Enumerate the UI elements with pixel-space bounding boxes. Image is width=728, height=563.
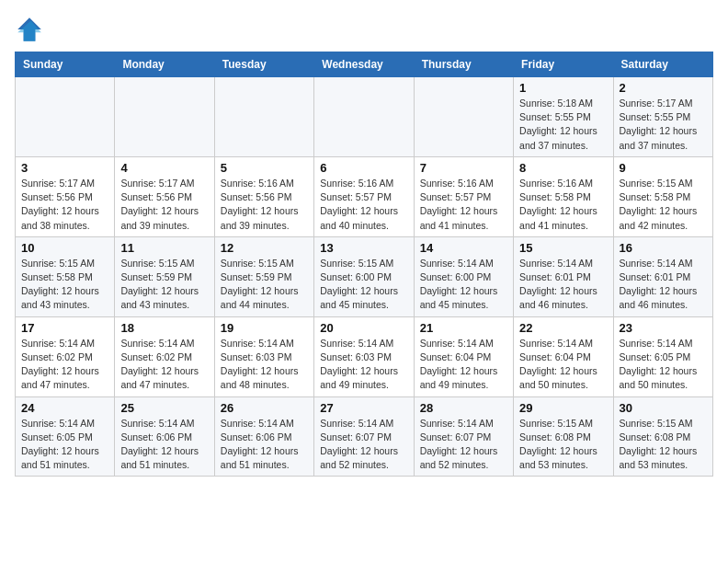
day-number: 1 — [519, 81, 607, 95]
calendar-week-5: 24Sunrise: 5:14 AMSunset: 6:05 PMDayligh… — [16, 396, 713, 477]
day-number: 25 — [120, 401, 208, 415]
day-info: Sunrise: 5:17 AMSunset: 5:55 PMDaylight:… — [620, 97, 707, 153]
calendar-cell: 2Sunrise: 5:17 AMSunset: 5:55 PMDaylight… — [613, 77, 712, 157]
calendar-cell: 26Sunrise: 5:14 AMSunset: 6:06 PMDayligh… — [214, 396, 313, 477]
day-number: 6 — [320, 161, 407, 175]
calendar-cell: 19Sunrise: 5:14 AMSunset: 6:03 PMDayligh… — [214, 316, 313, 396]
calendar-cell: 4Sunrise: 5:17 AMSunset: 5:56 PMDaylight… — [115, 156, 214, 236]
day-header-tuesday: Tuesday — [214, 52, 313, 77]
day-number: 26 — [221, 401, 308, 415]
calendar-cell: 29Sunrise: 5:15 AMSunset: 6:08 PMDayligh… — [514, 396, 613, 477]
day-number: 15 — [519, 241, 607, 255]
calendar-cell: 16Sunrise: 5:14 AMSunset: 6:01 PMDayligh… — [613, 236, 712, 316]
day-number: 8 — [519, 161, 607, 175]
calendar-cell: 21Sunrise: 5:14 AMSunset: 6:04 PMDayligh… — [414, 316, 513, 396]
day-info: Sunrise: 5:14 AMSunset: 6:06 PMDaylight:… — [221, 417, 308, 473]
calendar-body: 1Sunrise: 5:18 AMSunset: 5:55 PMDaylight… — [16, 77, 713, 477]
day-number: 3 — [21, 161, 108, 175]
day-info: Sunrise: 5:14 AMSunset: 6:06 PMDaylight:… — [120, 417, 208, 473]
calendar-cell: 30Sunrise: 5:15 AMSunset: 6:08 PMDayligh… — [613, 396, 712, 477]
day-number: 30 — [620, 401, 707, 415]
calendar-cell: 6Sunrise: 5:16 AMSunset: 5:57 PMDaylight… — [314, 156, 414, 236]
day-number: 7 — [420, 161, 507, 175]
calendar-cell: 23Sunrise: 5:14 AMSunset: 6:05 PMDayligh… — [613, 316, 712, 396]
calendar-week-3: 10Sunrise: 5:15 AMSunset: 5:58 PMDayligh… — [16, 236, 713, 316]
calendar-cell: 9Sunrise: 5:15 AMSunset: 5:58 PMDaylight… — [613, 156, 712, 236]
day-info: Sunrise: 5:16 AMSunset: 5:58 PMDaylight:… — [519, 177, 607, 233]
day-info: Sunrise: 5:17 AMSunset: 5:56 PMDaylight:… — [120, 177, 208, 233]
day-number: 17 — [21, 321, 108, 335]
day-number: 11 — [120, 241, 208, 255]
calendar-table: SundayMondayTuesdayWednesdayThursdayFrid… — [15, 52, 713, 477]
day-info: Sunrise: 5:14 AMSunset: 6:03 PMDaylight:… — [320, 337, 407, 393]
day-number: 22 — [519, 321, 607, 335]
day-info: Sunrise: 5:15 AMSunset: 5:58 PMDaylight:… — [620, 177, 707, 233]
day-info: Sunrise: 5:15 AMSunset: 5:59 PMDaylight:… — [221, 257, 308, 313]
day-info: Sunrise: 5:15 AMSunset: 6:00 PMDaylight:… — [320, 257, 407, 313]
day-header-friday: Friday — [514, 52, 613, 77]
logo-icon — [15, 15, 44, 44]
calendar-cell: 28Sunrise: 5:14 AMSunset: 6:07 PMDayligh… — [414, 396, 513, 477]
day-number: 10 — [21, 241, 108, 255]
calendar-cell — [314, 77, 414, 157]
calendar-cell: 8Sunrise: 5:16 AMSunset: 5:58 PMDaylight… — [514, 156, 613, 236]
day-header-sunday: Sunday — [16, 52, 115, 77]
day-info: Sunrise: 5:14 AMSunset: 6:05 PMDaylight:… — [21, 417, 108, 473]
calendar-cell: 14Sunrise: 5:14 AMSunset: 6:00 PMDayligh… — [414, 236, 513, 316]
day-number: 5 — [221, 161, 308, 175]
day-info: Sunrise: 5:14 AMSunset: 6:02 PMDaylight:… — [120, 337, 208, 393]
calendar-week-1: 1Sunrise: 5:18 AMSunset: 5:55 PMDaylight… — [16, 77, 713, 157]
day-info: Sunrise: 5:17 AMSunset: 5:56 PMDaylight:… — [21, 177, 108, 233]
calendar-cell — [16, 77, 115, 157]
calendar-cell: 13Sunrise: 5:15 AMSunset: 6:00 PMDayligh… — [314, 236, 414, 316]
logo — [15, 15, 48, 44]
day-number: 16 — [620, 241, 707, 255]
day-number: 20 — [320, 321, 407, 335]
calendar-cell: 15Sunrise: 5:14 AMSunset: 6:01 PMDayligh… — [514, 236, 613, 316]
day-info: Sunrise: 5:14 AMSunset: 6:01 PMDaylight:… — [620, 257, 707, 313]
calendar-cell: 24Sunrise: 5:14 AMSunset: 6:05 PMDayligh… — [16, 396, 115, 477]
calendar-cell: 25Sunrise: 5:14 AMSunset: 6:06 PMDayligh… — [115, 396, 214, 477]
calendar-cell: 27Sunrise: 5:14 AMSunset: 6:07 PMDayligh… — [314, 396, 414, 477]
calendar-header: SundayMondayTuesdayWednesdayThursdayFrid… — [16, 52, 713, 77]
calendar-cell: 18Sunrise: 5:14 AMSunset: 6:02 PMDayligh… — [115, 316, 214, 396]
day-header-saturday: Saturday — [613, 52, 712, 77]
day-info: Sunrise: 5:14 AMSunset: 6:07 PMDaylight:… — [320, 417, 407, 473]
calendar-cell: 20Sunrise: 5:14 AMSunset: 6:03 PMDayligh… — [314, 316, 414, 396]
day-number: 12 — [221, 241, 308, 255]
day-header-thursday: Thursday — [414, 52, 513, 77]
day-number: 13 — [320, 241, 407, 255]
calendar-cell: 10Sunrise: 5:15 AMSunset: 5:58 PMDayligh… — [16, 236, 115, 316]
day-number: 29 — [519, 401, 607, 415]
day-info: Sunrise: 5:16 AMSunset: 5:57 PMDaylight:… — [320, 177, 407, 233]
day-info: Sunrise: 5:14 AMSunset: 6:04 PMDaylight:… — [420, 337, 507, 393]
calendar-cell: 1Sunrise: 5:18 AMSunset: 5:55 PMDaylight… — [514, 77, 613, 157]
calendar-cell: 12Sunrise: 5:15 AMSunset: 5:59 PMDayligh… — [214, 236, 313, 316]
day-number: 24 — [21, 401, 108, 415]
day-info: Sunrise: 5:14 AMSunset: 6:04 PMDaylight:… — [519, 337, 607, 393]
header-row: SundayMondayTuesdayWednesdayThursdayFrid… — [16, 52, 713, 77]
day-number: 14 — [420, 241, 507, 255]
calendar-cell — [115, 77, 214, 157]
day-info: Sunrise: 5:15 AMSunset: 6:08 PMDaylight:… — [519, 417, 607, 473]
day-header-wednesday: Wednesday — [314, 52, 414, 77]
day-info: Sunrise: 5:18 AMSunset: 5:55 PMDaylight:… — [519, 97, 607, 153]
day-number: 9 — [620, 161, 707, 175]
page-header — [15, 15, 713, 44]
day-info: Sunrise: 5:14 AMSunset: 6:02 PMDaylight:… — [21, 337, 108, 393]
day-info: Sunrise: 5:15 AMSunset: 5:59 PMDaylight:… — [120, 257, 208, 313]
day-number: 28 — [420, 401, 507, 415]
day-info: Sunrise: 5:14 AMSunset: 6:03 PMDaylight:… — [221, 337, 308, 393]
calendar-cell — [214, 77, 313, 157]
calendar-week-2: 3Sunrise: 5:17 AMSunset: 5:56 PMDaylight… — [16, 156, 713, 236]
day-info: Sunrise: 5:15 AMSunset: 6:08 PMDaylight:… — [620, 417, 707, 473]
day-number: 4 — [120, 161, 208, 175]
calendar-cell: 5Sunrise: 5:16 AMSunset: 5:56 PMDaylight… — [214, 156, 313, 236]
day-number: 23 — [620, 321, 707, 335]
day-number: 19 — [221, 321, 308, 335]
day-header-monday: Monday — [115, 52, 214, 77]
calendar-cell: 17Sunrise: 5:14 AMSunset: 6:02 PMDayligh… — [16, 316, 115, 396]
day-info: Sunrise: 5:14 AMSunset: 6:07 PMDaylight:… — [420, 417, 507, 473]
calendar-cell: 7Sunrise: 5:16 AMSunset: 5:57 PMDaylight… — [414, 156, 513, 236]
day-info: Sunrise: 5:15 AMSunset: 5:58 PMDaylight:… — [21, 257, 108, 313]
